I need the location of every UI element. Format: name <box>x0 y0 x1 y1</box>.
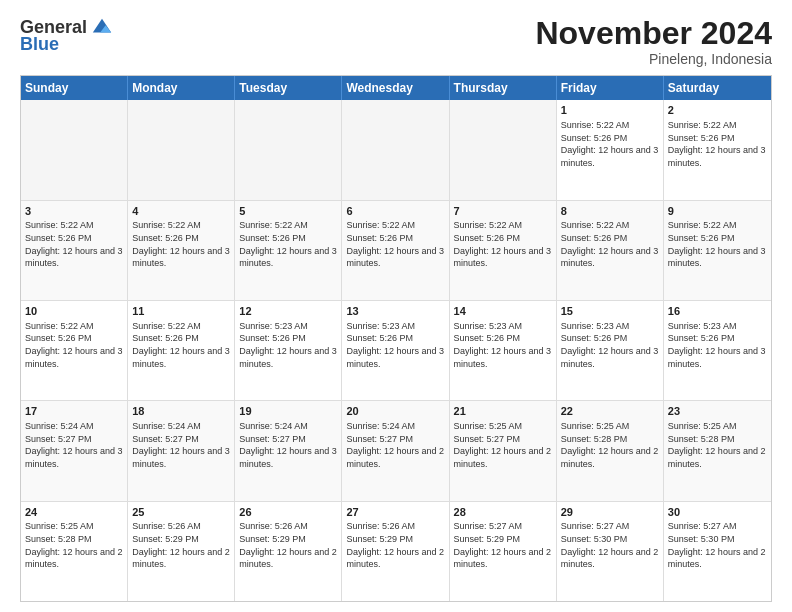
calendar-body: 1Sunrise: 5:22 AMSunset: 5:26 PMDaylight… <box>21 100 771 601</box>
day-number: 6 <box>346 204 444 219</box>
location: Pineleng, Indonesia <box>535 51 772 67</box>
weekday-header-sunday: Sunday <box>21 76 128 100</box>
cell-info: Sunrise: 5:25 AMSunset: 5:27 PMDaylight:… <box>454 420 552 470</box>
calendar-cell-day-17: 17Sunrise: 5:24 AMSunset: 5:27 PMDayligh… <box>21 401 128 500</box>
calendar-cell-day-20: 20Sunrise: 5:24 AMSunset: 5:27 PMDayligh… <box>342 401 449 500</box>
logo-blue: Blue <box>20 34 59 55</box>
calendar-row-2: 3Sunrise: 5:22 AMSunset: 5:26 PMDaylight… <box>21 200 771 300</box>
calendar-cell-day-26: 26Sunrise: 5:26 AMSunset: 5:29 PMDayligh… <box>235 502 342 601</box>
day-number: 30 <box>668 505 767 520</box>
day-number: 26 <box>239 505 337 520</box>
cell-info: Sunrise: 5:23 AMSunset: 5:26 PMDaylight:… <box>454 320 552 370</box>
cell-info: Sunrise: 5:24 AMSunset: 5:27 PMDaylight:… <box>25 420 123 470</box>
day-number: 12 <box>239 304 337 319</box>
day-number: 13 <box>346 304 444 319</box>
day-number: 8 <box>561 204 659 219</box>
weekday-header-saturday: Saturday <box>664 76 771 100</box>
page: General Blue November 2024 Pineleng, Ind… <box>0 0 792 612</box>
day-number: 24 <box>25 505 123 520</box>
calendar-cell-day-1: 1Sunrise: 5:22 AMSunset: 5:26 PMDaylight… <box>557 100 664 199</box>
cell-info: Sunrise: 5:22 AMSunset: 5:26 PMDaylight:… <box>561 219 659 269</box>
calendar-cell-day-10: 10Sunrise: 5:22 AMSunset: 5:26 PMDayligh… <box>21 301 128 400</box>
weekday-header-wednesday: Wednesday <box>342 76 449 100</box>
calendar-row-4: 17Sunrise: 5:24 AMSunset: 5:27 PMDayligh… <box>21 400 771 500</box>
calendar-cell-day-18: 18Sunrise: 5:24 AMSunset: 5:27 PMDayligh… <box>128 401 235 500</box>
calendar-cell-day-8: 8Sunrise: 5:22 AMSunset: 5:26 PMDaylight… <box>557 201 664 300</box>
cell-info: Sunrise: 5:26 AMSunset: 5:29 PMDaylight:… <box>239 520 337 570</box>
cell-info: Sunrise: 5:22 AMSunset: 5:26 PMDaylight:… <box>239 219 337 269</box>
cell-info: Sunrise: 5:22 AMSunset: 5:26 PMDaylight:… <box>132 320 230 370</box>
day-number: 16 <box>668 304 767 319</box>
cell-info: Sunrise: 5:26 AMSunset: 5:29 PMDaylight:… <box>346 520 444 570</box>
day-number: 14 <box>454 304 552 319</box>
calendar-cell-day-11: 11Sunrise: 5:22 AMSunset: 5:26 PMDayligh… <box>128 301 235 400</box>
cell-info: Sunrise: 5:25 AMSunset: 5:28 PMDaylight:… <box>561 420 659 470</box>
calendar-cell-empty <box>450 100 557 199</box>
calendar-cell-day-22: 22Sunrise: 5:25 AMSunset: 5:28 PMDayligh… <box>557 401 664 500</box>
cell-info: Sunrise: 5:25 AMSunset: 5:28 PMDaylight:… <box>668 420 767 470</box>
calendar-cell-day-29: 29Sunrise: 5:27 AMSunset: 5:30 PMDayligh… <box>557 502 664 601</box>
day-number: 3 <box>25 204 123 219</box>
weekday-header-friday: Friday <box>557 76 664 100</box>
cell-info: Sunrise: 5:22 AMSunset: 5:26 PMDaylight:… <box>454 219 552 269</box>
day-number: 10 <box>25 304 123 319</box>
cell-info: Sunrise: 5:22 AMSunset: 5:26 PMDaylight:… <box>25 320 123 370</box>
calendar-cell-day-14: 14Sunrise: 5:23 AMSunset: 5:26 PMDayligh… <box>450 301 557 400</box>
calendar: SundayMondayTuesdayWednesdayThursdayFrid… <box>20 75 772 602</box>
cell-info: Sunrise: 5:26 AMSunset: 5:29 PMDaylight:… <box>132 520 230 570</box>
day-number: 27 <box>346 505 444 520</box>
cell-info: Sunrise: 5:24 AMSunset: 5:27 PMDaylight:… <box>346 420 444 470</box>
day-number: 22 <box>561 404 659 419</box>
day-number: 28 <box>454 505 552 520</box>
cell-info: Sunrise: 5:23 AMSunset: 5:26 PMDaylight:… <box>346 320 444 370</box>
day-number: 23 <box>668 404 767 419</box>
day-number: 15 <box>561 304 659 319</box>
calendar-cell-day-9: 9Sunrise: 5:22 AMSunset: 5:26 PMDaylight… <box>664 201 771 300</box>
calendar-cell-day-4: 4Sunrise: 5:22 AMSunset: 5:26 PMDaylight… <box>128 201 235 300</box>
cell-info: Sunrise: 5:27 AMSunset: 5:30 PMDaylight:… <box>561 520 659 570</box>
day-number: 19 <box>239 404 337 419</box>
calendar-cell-day-27: 27Sunrise: 5:26 AMSunset: 5:29 PMDayligh… <box>342 502 449 601</box>
day-number: 9 <box>668 204 767 219</box>
calendar-cell-day-15: 15Sunrise: 5:23 AMSunset: 5:26 PMDayligh… <box>557 301 664 400</box>
calendar-row-3: 10Sunrise: 5:22 AMSunset: 5:26 PMDayligh… <box>21 300 771 400</box>
cell-info: Sunrise: 5:23 AMSunset: 5:26 PMDaylight:… <box>668 320 767 370</box>
logo: General Blue <box>20 16 113 55</box>
day-number: 17 <box>25 404 123 419</box>
calendar-cell-day-3: 3Sunrise: 5:22 AMSunset: 5:26 PMDaylight… <box>21 201 128 300</box>
calendar-cell-day-25: 25Sunrise: 5:26 AMSunset: 5:29 PMDayligh… <box>128 502 235 601</box>
day-number: 7 <box>454 204 552 219</box>
calendar-header: SundayMondayTuesdayWednesdayThursdayFrid… <box>21 76 771 100</box>
calendar-cell-day-30: 30Sunrise: 5:27 AMSunset: 5:30 PMDayligh… <box>664 502 771 601</box>
day-number: 5 <box>239 204 337 219</box>
cell-info: Sunrise: 5:23 AMSunset: 5:26 PMDaylight:… <box>561 320 659 370</box>
calendar-cell-day-7: 7Sunrise: 5:22 AMSunset: 5:26 PMDaylight… <box>450 201 557 300</box>
day-number: 20 <box>346 404 444 419</box>
cell-info: Sunrise: 5:22 AMSunset: 5:26 PMDaylight:… <box>346 219 444 269</box>
day-number: 1 <box>561 103 659 118</box>
calendar-cell-day-24: 24Sunrise: 5:25 AMSunset: 5:28 PMDayligh… <box>21 502 128 601</box>
weekday-header-tuesday: Tuesday <box>235 76 342 100</box>
calendar-cell-empty <box>342 100 449 199</box>
cell-info: Sunrise: 5:25 AMSunset: 5:28 PMDaylight:… <box>25 520 123 570</box>
calendar-cell-day-5: 5Sunrise: 5:22 AMSunset: 5:26 PMDaylight… <box>235 201 342 300</box>
calendar-cell-empty <box>128 100 235 199</box>
day-number: 11 <box>132 304 230 319</box>
day-number: 21 <box>454 404 552 419</box>
title-section: November 2024 Pineleng, Indonesia <box>535 16 772 67</box>
calendar-row-1: 1Sunrise: 5:22 AMSunset: 5:26 PMDaylight… <box>21 100 771 199</box>
cell-info: Sunrise: 5:24 AMSunset: 5:27 PMDaylight:… <box>132 420 230 470</box>
calendar-row-5: 24Sunrise: 5:25 AMSunset: 5:28 PMDayligh… <box>21 501 771 601</box>
cell-info: Sunrise: 5:22 AMSunset: 5:26 PMDaylight:… <box>668 119 767 169</box>
calendar-cell-day-12: 12Sunrise: 5:23 AMSunset: 5:26 PMDayligh… <box>235 301 342 400</box>
calendar-cell-day-13: 13Sunrise: 5:23 AMSunset: 5:26 PMDayligh… <box>342 301 449 400</box>
day-number: 2 <box>668 103 767 118</box>
calendar-cell-day-16: 16Sunrise: 5:23 AMSunset: 5:26 PMDayligh… <box>664 301 771 400</box>
cell-info: Sunrise: 5:22 AMSunset: 5:26 PMDaylight:… <box>668 219 767 269</box>
calendar-cell-empty <box>21 100 128 199</box>
weekday-header-thursday: Thursday <box>450 76 557 100</box>
cell-info: Sunrise: 5:27 AMSunset: 5:30 PMDaylight:… <box>668 520 767 570</box>
logo-icon <box>91 16 113 38</box>
calendar-cell-day-21: 21Sunrise: 5:25 AMSunset: 5:27 PMDayligh… <box>450 401 557 500</box>
day-number: 29 <box>561 505 659 520</box>
